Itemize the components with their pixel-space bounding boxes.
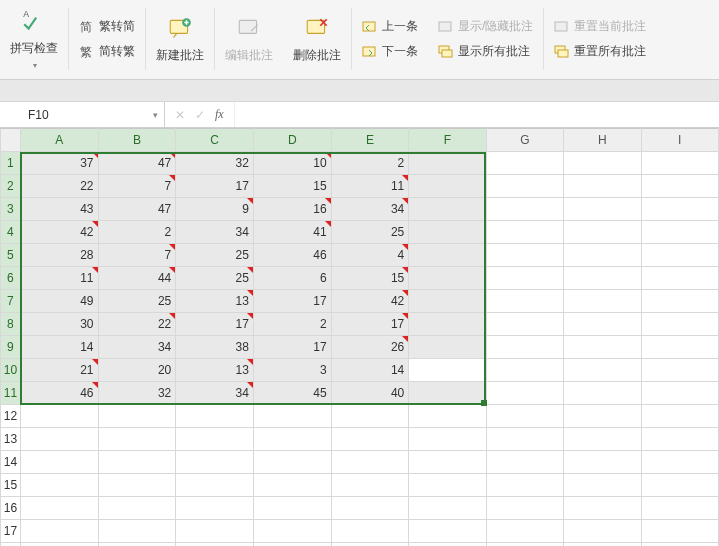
cell[interactable]: 25 [176,267,254,290]
cell[interactable] [486,451,563,474]
row-header[interactable]: 8 [1,313,21,336]
cell[interactable] [176,405,254,428]
cell[interactable] [486,267,563,290]
cell[interactable]: 25 [176,244,254,267]
chevron-down-icon[interactable]: ▾ [153,110,158,120]
cell[interactable]: 17 [331,313,409,336]
cell[interactable] [98,428,176,451]
cell[interactable] [486,221,563,244]
cell[interactable]: 46 [20,382,98,405]
cell[interactable] [176,428,254,451]
cell[interactable]: 7 [98,244,176,267]
row-header[interactable]: 2 [1,175,21,198]
cell[interactable] [564,152,641,175]
cell[interactable]: 22 [98,313,176,336]
cell[interactable]: 10 [253,152,331,175]
cell[interactable]: 13 [176,290,254,313]
cell[interactable]: 34 [331,198,409,221]
cell[interactable]: 41 [253,221,331,244]
name-box[interactable]: ▾ [0,102,165,127]
column-header-F[interactable]: F [409,129,486,152]
cell[interactable]: 17 [253,336,331,359]
cancel-icon[interactable]: ✕ [175,108,185,122]
cell[interactable] [331,451,409,474]
row-header[interactable]: 1 [1,152,21,175]
cell[interactable] [176,543,254,547]
cell[interactable] [253,405,331,428]
cell[interactable] [641,290,718,313]
cell[interactable] [564,405,641,428]
row-header[interactable]: 9 [1,336,21,359]
cell[interactable] [641,221,718,244]
cell[interactable] [331,520,409,543]
cell[interactable]: 4 [331,244,409,267]
cell[interactable]: 11 [331,175,409,198]
cell[interactable] [253,428,331,451]
cell[interactable] [486,359,563,382]
column-header-A[interactable]: A [20,129,98,152]
cell[interactable]: 2 [331,152,409,175]
cell[interactable] [564,543,641,547]
cell[interactable] [331,428,409,451]
row-header[interactable]: 16 [1,497,21,520]
cell[interactable]: 22 [20,175,98,198]
cell[interactable]: 34 [176,382,254,405]
cell[interactable]: 2 [253,313,331,336]
cell[interactable]: 26 [331,336,409,359]
column-header-I[interactable]: I [641,129,718,152]
column-header-H[interactable]: H [564,129,641,152]
cell[interactable] [20,520,98,543]
cell[interactable]: 42 [20,221,98,244]
cell[interactable] [486,290,563,313]
cell[interactable] [486,428,563,451]
row-header[interactable]: 5 [1,244,21,267]
cell[interactable] [641,336,718,359]
cell[interactable]: 32 [98,382,176,405]
cell[interactable] [486,543,563,547]
column-header-D[interactable]: D [253,129,331,152]
row-header[interactable]: 11 [1,382,21,405]
cell[interactable]: 38 [176,336,254,359]
delete-comment-button[interactable]: 删除批注 [293,15,341,64]
cell[interactable] [486,152,563,175]
cell[interactable] [253,520,331,543]
cell[interactable]: 13 [176,359,254,382]
cell[interactable] [409,405,486,428]
reset-all-button[interactable]: 重置所有批注 [554,43,646,60]
cell[interactable]: 14 [331,359,409,382]
select-all-corner[interactable] [1,129,21,152]
cell[interactable]: 17 [176,313,254,336]
cell[interactable] [564,474,641,497]
column-header-C[interactable]: C [176,129,254,152]
name-box-input[interactable] [28,108,156,122]
cell[interactable]: 6 [253,267,331,290]
cell[interactable] [409,175,486,198]
cell[interactable] [20,428,98,451]
trad-to-simp-button[interactable]: 简 繁转简 [79,18,135,35]
cell[interactable] [564,428,641,451]
cell[interactable] [98,451,176,474]
cell[interactable]: 43 [20,198,98,221]
cell[interactable] [564,290,641,313]
cell[interactable]: 32 [176,152,254,175]
cell[interactable] [564,382,641,405]
cell[interactable] [564,359,641,382]
cell[interactable] [331,474,409,497]
cell[interactable]: 15 [331,267,409,290]
cell[interactable] [98,497,176,520]
cell[interactable]: 14 [20,336,98,359]
cell[interactable] [409,244,486,267]
cell[interactable] [564,520,641,543]
cell[interactable]: 47 [98,198,176,221]
cell[interactable] [409,520,486,543]
cell[interactable] [409,336,486,359]
cell[interactable] [409,198,486,221]
cell[interactable]: 45 [253,382,331,405]
spellcheck-button[interactable]: A 拼写检查▾ [10,8,58,70]
cell[interactable]: 17 [253,290,331,313]
cell[interactable] [641,405,718,428]
cell[interactable] [409,474,486,497]
cell[interactable] [98,543,176,547]
column-header-G[interactable]: G [486,129,563,152]
new-comment-button[interactable]: 新建批注 [156,15,204,64]
